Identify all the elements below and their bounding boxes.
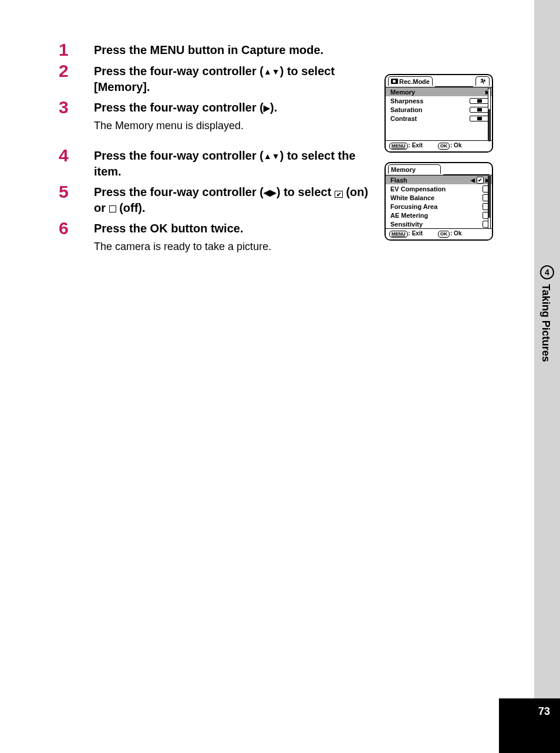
step-title: Press the four-way controller (◀▶) to se… bbox=[94, 184, 376, 216]
right-icon: ▶ bbox=[264, 103, 270, 114]
slider-icon bbox=[470, 116, 490, 121]
step-title: Press the four-way controller (▲▼) to se… bbox=[94, 63, 376, 95]
up-down-icon: ▲▼ bbox=[264, 151, 280, 162]
step-description: The camera is ready to take a picture. bbox=[94, 239, 376, 255]
slider-icon bbox=[470, 98, 490, 104]
chapter-title: Taking Pictures bbox=[539, 284, 552, 362]
step-number: 4 bbox=[59, 147, 94, 164]
menu-row-memory: Memory ▶ bbox=[386, 87, 492, 96]
step-title: Press the four-way controller (▲▼) to se… bbox=[94, 148, 376, 180]
menu-row-saturation: Saturation bbox=[386, 105, 492, 114]
scrollbar bbox=[488, 176, 491, 229]
menu-row-empty bbox=[386, 123, 492, 131]
step-number: 6 bbox=[59, 220, 94, 237]
checkbox-on-icon: ✔ bbox=[477, 177, 484, 184]
menu-row-ae: AE Metering bbox=[386, 211, 492, 220]
scrollbar bbox=[488, 88, 491, 141]
step-number: 5 bbox=[59, 183, 94, 201]
lcd-screen-rec-mode: Rec.Mode ⚒ Memory ▶ Sharpness bbox=[384, 74, 493, 153]
footer-ok: OK: Ok bbox=[438, 142, 461, 150]
step-1: 1 Press the MENU button in Capture mode. bbox=[59, 41, 493, 59]
step-description: The Memory menu is displayed. bbox=[94, 118, 376, 134]
checkbox-on-icon: ✔ bbox=[335, 191, 343, 198]
setup-icon: ⚒ bbox=[479, 77, 486, 85]
footer-menu-exit: MENU: Exit bbox=[389, 230, 423, 238]
footer-ok: OK: Ok bbox=[438, 230, 461, 238]
step-title: Press the OK button twice. bbox=[94, 221, 376, 237]
menu-row-flash: Flash ◀ ✔ ▶ bbox=[386, 175, 492, 184]
menu-row-contrast: Contrast bbox=[386, 114, 492, 123]
instruction-content: 1 Press the MENU button in Capture mode.… bbox=[59, 41, 493, 255]
step-title: Press the MENU button in Capture mode. bbox=[94, 42, 376, 58]
menu-row-wb: White Balance bbox=[386, 193, 492, 202]
step-title: Press the four-way controller (▶). bbox=[94, 100, 376, 116]
tab-setup-inactive: ⚒ bbox=[475, 76, 490, 86]
menu-row-sens: Sensitivity bbox=[386, 220, 492, 228]
step-number: 2 bbox=[59, 62, 94, 80]
slider-icon bbox=[470, 107, 490, 113]
menu-row-ev: EV Compensation bbox=[386, 184, 492, 193]
footer-menu-exit: MENU: Exit bbox=[389, 142, 423, 150]
checkbox-off-icon bbox=[109, 205, 116, 212]
scroll-thumb bbox=[488, 109, 490, 141]
reference-screens: Rec.Mode ⚒ Memory ▶ Sharpness bbox=[384, 74, 493, 250]
left-right-icon: ◀▶ bbox=[264, 187, 276, 198]
page-sidebar: 4 Taking Pictures 73 bbox=[499, 0, 560, 753]
menu-row-focus: Forcusing Area bbox=[386, 202, 492, 211]
scroll-thumb bbox=[488, 177, 490, 218]
tab-rec-mode: Rec.Mode bbox=[388, 76, 433, 86]
menu-row-sharpness: Sharpness bbox=[386, 96, 492, 105]
chapter-number-badge: 4 bbox=[540, 265, 554, 279]
page-number: 73 bbox=[528, 698, 560, 718]
up-down-icon: ▲▼ bbox=[264, 66, 280, 77]
step-number: 1 bbox=[59, 41, 94, 59]
camera-icon bbox=[391, 79, 398, 84]
page-footer-block: 73 bbox=[499, 698, 560, 753]
menu-row-empty bbox=[386, 131, 492, 140]
lcd-screen-memory: Memory Flash ◀ ✔ ▶ EV Compensation bbox=[384, 162, 493, 241]
tab-memory: Memory bbox=[388, 164, 441, 174]
left-arrow-icon: ◀ bbox=[471, 177, 475, 183]
step-number: 3 bbox=[59, 99, 94, 116]
